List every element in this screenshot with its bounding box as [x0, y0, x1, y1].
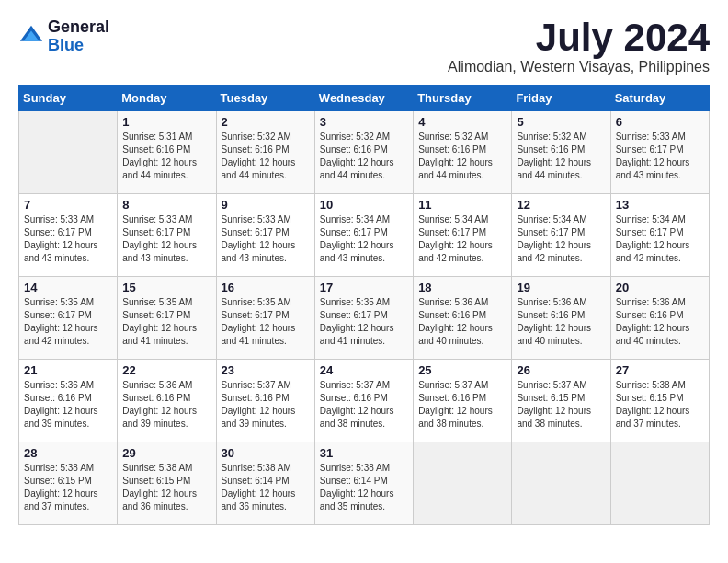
calendar-cell: 18Sunrise: 5:36 AMSunset: 6:16 PMDayligh…	[414, 277, 512, 360]
calendar-cell: 22Sunrise: 5:36 AMSunset: 6:16 PMDayligh…	[118, 360, 216, 442]
weekday-header-cell: Saturday	[610, 86, 709, 111]
day-number: 1	[122, 115, 210, 129]
day-number: 31	[320, 446, 408, 460]
calendar-week-row: 14Sunrise: 5:35 AMSunset: 6:17 PMDayligh…	[19, 277, 710, 360]
day-info: Sunrise: 5:38 AMSunset: 6:15 PMDaylight:…	[122, 462, 210, 513]
day-info: Sunrise: 5:35 AMSunset: 6:17 PMDaylight:…	[222, 296, 310, 348]
day-number: 25	[418, 363, 506, 377]
day-number: 12	[517, 198, 605, 212]
day-number: 3	[320, 115, 408, 129]
calendar-cell: 20Sunrise: 5:36 AMSunset: 6:16 PMDayligh…	[610, 277, 709, 360]
calendar-cell: 14Sunrise: 5:35 AMSunset: 6:17 PMDayligh…	[19, 277, 118, 360]
day-info: Sunrise: 5:37 AMSunset: 6:16 PMDaylight:…	[320, 379, 408, 431]
day-number: 15	[122, 281, 210, 294]
day-info: Sunrise: 5:34 AMSunset: 6:17 PMDaylight:…	[517, 213, 605, 265]
day-number: 28	[24, 446, 112, 460]
calendar-cell: 10Sunrise: 5:34 AMSunset: 6:17 PMDayligh…	[314, 194, 413, 277]
day-number: 19	[517, 281, 605, 294]
calendar-cell: 19Sunrise: 5:36 AMSunset: 6:16 PMDayligh…	[512, 277, 610, 360]
day-info: Sunrise: 5:33 AMSunset: 6:17 PMDaylight:…	[222, 213, 310, 265]
day-info: Sunrise: 5:36 AMSunset: 6:16 PMDaylight:…	[122, 379, 210, 431]
day-number: 17	[320, 281, 408, 294]
calendar-table: SundayMondayTuesdayWednesdayThursdayFrid…	[18, 85, 710, 525]
day-number: 14	[24, 281, 112, 294]
calendar-cell: 11Sunrise: 5:34 AMSunset: 6:17 PMDayligh…	[414, 194, 512, 277]
calendar-cell	[512, 442, 610, 525]
day-info: Sunrise: 5:35 AMSunset: 6:17 PMDaylight:…	[24, 296, 112, 348]
weekday-header-cell: Friday	[512, 86, 610, 111]
logo: General Blue	[18, 18, 109, 55]
logo-text-line2: Blue	[48, 37, 109, 55]
calendar-cell: 8Sunrise: 5:33 AMSunset: 6:17 PMDaylight…	[118, 194, 216, 277]
calendar-week-row: 28Sunrise: 5:38 AMSunset: 6:15 PMDayligh…	[19, 442, 710, 525]
day-info: Sunrise: 5:37 AMSunset: 6:15 PMDaylight:…	[517, 379, 605, 431]
day-number: 5	[517, 115, 605, 129]
calendar-cell: 27Sunrise: 5:38 AMSunset: 6:15 PMDayligh…	[610, 360, 709, 442]
day-info: Sunrise: 5:36 AMSunset: 6:16 PMDaylight:…	[24, 379, 112, 431]
title-block: July 2024 Alimodian, Western Visayas, Ph…	[448, 18, 710, 75]
weekday-header-cell: Wednesday	[314, 86, 413, 111]
calendar-cell: 17Sunrise: 5:35 AMSunset: 6:17 PMDayligh…	[314, 277, 413, 360]
day-info: Sunrise: 5:35 AMSunset: 6:17 PMDaylight:…	[122, 296, 210, 348]
calendar-cell: 23Sunrise: 5:37 AMSunset: 6:16 PMDayligh…	[216, 360, 314, 442]
day-info: Sunrise: 5:33 AMSunset: 6:17 PMDaylight:…	[616, 131, 704, 182]
weekday-header-cell: Tuesday	[216, 86, 314, 111]
day-number: 30	[222, 446, 310, 460]
weekday-header-cell: Monday	[118, 86, 216, 111]
calendar-cell: 15Sunrise: 5:35 AMSunset: 6:17 PMDayligh…	[118, 277, 216, 360]
month-title: July 2024	[448, 18, 710, 57]
calendar-cell	[414, 442, 512, 525]
day-info: Sunrise: 5:32 AMSunset: 6:16 PMDaylight:…	[320, 131, 408, 182]
weekday-header-cell: Thursday	[414, 86, 512, 111]
location-title: Alimodian, Western Visayas, Philippines	[448, 59, 710, 75]
weekday-header-cell: Sunday	[19, 86, 118, 111]
calendar-body: 1Sunrise: 5:31 AMSunset: 6:16 PMDaylight…	[19, 111, 710, 525]
calendar-cell: 4Sunrise: 5:32 AMSunset: 6:16 PMDaylight…	[414, 111, 512, 194]
calendar-cell: 2Sunrise: 5:32 AMSunset: 6:16 PMDaylight…	[216, 111, 314, 194]
day-info: Sunrise: 5:34 AMSunset: 6:17 PMDaylight:…	[616, 213, 704, 265]
day-number: 8	[122, 198, 210, 212]
day-number: 13	[616, 198, 704, 212]
calendar-cell: 25Sunrise: 5:37 AMSunset: 6:16 PMDayligh…	[414, 360, 512, 442]
day-number: 18	[418, 281, 506, 294]
calendar-cell	[610, 442, 709, 525]
calendar-week-row: 21Sunrise: 5:36 AMSunset: 6:16 PMDayligh…	[19, 360, 710, 442]
calendar-cell	[19, 111, 118, 194]
day-info: Sunrise: 5:36 AMSunset: 6:16 PMDaylight:…	[517, 296, 605, 348]
calendar-cell: 12Sunrise: 5:34 AMSunset: 6:17 PMDayligh…	[512, 194, 610, 277]
day-number: 2	[222, 115, 310, 129]
calendar-cell: 16Sunrise: 5:35 AMSunset: 6:17 PMDayligh…	[216, 277, 314, 360]
page-header: General Blue July 2024 Alimodian, Wester…	[18, 18, 710, 75]
day-info: Sunrise: 5:36 AMSunset: 6:16 PMDaylight:…	[616, 296, 704, 348]
day-info: Sunrise: 5:38 AMSunset: 6:14 PMDaylight:…	[222, 462, 310, 513]
day-info: Sunrise: 5:37 AMSunset: 6:16 PMDaylight:…	[418, 379, 506, 431]
day-info: Sunrise: 5:33 AMSunset: 6:17 PMDaylight:…	[24, 213, 112, 265]
calendar-cell: 28Sunrise: 5:38 AMSunset: 6:15 PMDayligh…	[19, 442, 118, 525]
calendar-cell: 1Sunrise: 5:31 AMSunset: 6:16 PMDaylight…	[118, 111, 216, 194]
day-number: 29	[122, 446, 210, 460]
day-number: 16	[222, 281, 310, 294]
calendar-cell: 5Sunrise: 5:32 AMSunset: 6:16 PMDaylight…	[512, 111, 610, 194]
day-info: Sunrise: 5:32 AMSunset: 6:16 PMDaylight:…	[517, 131, 605, 182]
day-number: 11	[418, 198, 506, 212]
day-number: 21	[24, 363, 112, 377]
day-info: Sunrise: 5:36 AMSunset: 6:16 PMDaylight:…	[418, 296, 506, 348]
calendar-week-row: 7Sunrise: 5:33 AMSunset: 6:17 PMDaylight…	[19, 194, 710, 277]
day-info: Sunrise: 5:34 AMSunset: 6:17 PMDaylight:…	[418, 213, 506, 265]
day-number: 22	[122, 363, 210, 377]
day-number: 7	[24, 198, 112, 212]
calendar-cell: 29Sunrise: 5:38 AMSunset: 6:15 PMDayligh…	[118, 442, 216, 525]
logo-text-line1: General	[48, 18, 109, 37]
calendar-cell: 24Sunrise: 5:37 AMSunset: 6:16 PMDayligh…	[314, 360, 413, 442]
calendar-week-row: 1Sunrise: 5:31 AMSunset: 6:16 PMDaylight…	[19, 111, 710, 194]
day-info: Sunrise: 5:38 AMSunset: 6:15 PMDaylight:…	[616, 379, 704, 431]
day-number: 6	[616, 115, 704, 129]
logo-icon	[18, 24, 44, 50]
calendar-cell: 9Sunrise: 5:33 AMSunset: 6:17 PMDaylight…	[216, 194, 314, 277]
calendar-cell: 7Sunrise: 5:33 AMSunset: 6:17 PMDaylight…	[19, 194, 118, 277]
calendar-cell: 26Sunrise: 5:37 AMSunset: 6:15 PMDayligh…	[512, 360, 610, 442]
calendar-cell: 30Sunrise: 5:38 AMSunset: 6:14 PMDayligh…	[216, 442, 314, 525]
calendar-cell: 21Sunrise: 5:36 AMSunset: 6:16 PMDayligh…	[19, 360, 118, 442]
day-number: 4	[418, 115, 506, 129]
day-number: 23	[222, 363, 310, 377]
